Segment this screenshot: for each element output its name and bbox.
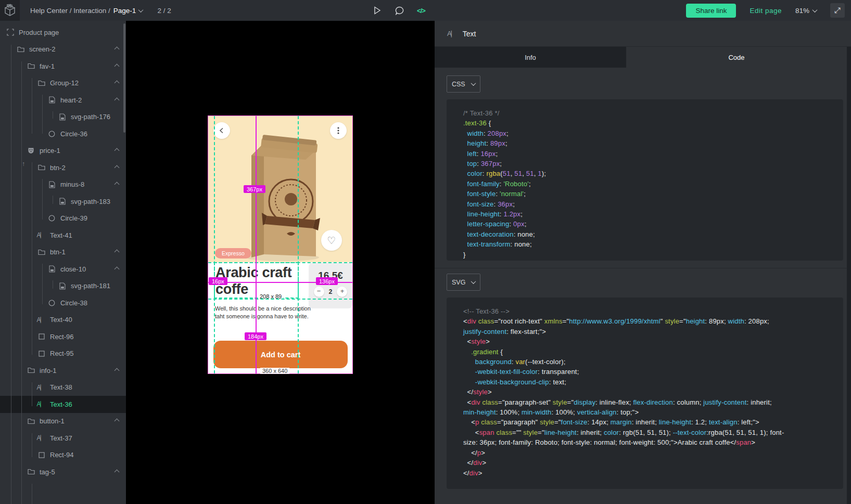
panel-scrollbar-track[interactable]: [847, 47, 851, 504]
tree-item-text-36[interactable]: A⎸Text-36: [0, 396, 126, 413]
collapse-chevron-icon[interactable]: [115, 47, 120, 52]
code-line: top: 367px;: [463, 159, 843, 169]
code-line: /* Text-36 */: [463, 108, 843, 118]
fullscreen-button[interactable]: ⤢: [830, 3, 845, 18]
quantity-plus-button[interactable]: +: [337, 287, 347, 297]
tree-item-svg-path-183[interactable]: svg-path-183: [0, 193, 126, 210]
code-line: </style>: [463, 387, 843, 397]
code-line: min-height: 100%; min-width: 100%; verti…: [463, 407, 843, 417]
canvas[interactable]: ♡ Expresso Arabic craft coffe 208 x 89 1…: [126, 21, 435, 504]
measurement-chip: 16px: [209, 277, 227, 285]
tree-item-btn-2[interactable]: btn-2: [0, 159, 126, 176]
tree-guide: [32, 162, 32, 355]
mask-icon: [27, 147, 35, 154]
collapse-chevron-icon[interactable]: [115, 63, 120, 69]
collapse-chevron-icon[interactable]: [115, 250, 120, 255]
tree-guide: [11, 45, 11, 504]
tree-item-circle-36[interactable]: Circle-36: [0, 125, 126, 143]
measurement-chip: 136px: [316, 277, 338, 285]
tree-item-screen-2[interactable]: screen-2: [0, 41, 126, 58]
svg-code-block[interactable]: <!-- Text-36 --><div class="root rich-te…: [447, 298, 843, 489]
tree-item-label: price-1: [40, 147, 60, 154]
tree-guide: [21, 61, 22, 504]
collapse-chevron-icon[interactable]: [115, 81, 120, 86]
measurement-chip: 184px: [245, 332, 266, 340]
tree-guide: [42, 95, 43, 134]
code-line: </div>: [463, 458, 843, 468]
tree-item-svg-path-181[interactable]: svg-path-181: [0, 278, 126, 295]
guide-line: [208, 299, 352, 300]
edit-page-link[interactable]: Edit page: [750, 7, 782, 15]
code-line: }: [463, 250, 843, 260]
collapse-chevron-icon[interactable]: [115, 165, 120, 170]
collapse-chevron-icon[interactable]: [115, 368, 120, 373]
product-title[interactable]: Arabic craft coffe: [215, 264, 299, 298]
section-divider: [435, 268, 847, 268]
tab-code[interactable]: Code: [626, 47, 847, 68]
mockup-frame[interactable]: ♡ Expresso Arabic craft coffe 208 x 89 1…: [208, 116, 352, 373]
chevron-down-icon: [138, 7, 144, 12]
collapse-chevron-icon[interactable]: [115, 148, 120, 153]
tree-item-rect-94[interactable]: Rect-94: [0, 447, 126, 464]
collapse-chevron-icon[interactable]: [115, 97, 120, 102]
tree-item-circle-39[interactable]: Circle-39: [0, 210, 126, 227]
comment-icon[interactable]: [394, 5, 404, 16]
chevron-down-icon: [471, 81, 476, 86]
folder-icon: [27, 417, 35, 425]
css-language-select[interactable]: CSS: [447, 75, 480, 93]
tree-item-svg-path-176[interactable]: svg-path-176: [0, 109, 126, 126]
tree-item-product page[interactable]: Product page: [0, 24, 126, 41]
tree-item-fav-1[interactable]: fav-1: [0, 58, 126, 75]
tree-item-price-1[interactable]: price-1: [0, 143, 126, 160]
collapse-chevron-icon[interactable]: [115, 469, 120, 474]
app-logo-icon[interactable]: [0, 0, 20, 21]
more-options-button[interactable]: [330, 122, 347, 139]
breadcrumb-current-page[interactable]: Page-1: [113, 7, 136, 15]
play-button[interactable]: [372, 5, 383, 16]
tree-item-tag-5[interactable]: tag-5: [0, 463, 126, 481]
folder-icon: [27, 62, 35, 70]
code-line: <span class="" style="line-height: inher…: [463, 428, 843, 437]
favorite-heart-button[interactable]: ♡: [321, 230, 342, 251]
css-code-block[interactable]: /* Text-36 */.text-36 { width: 208px; he…: [447, 99, 843, 261]
svg-language-select[interactable]: SVG: [447, 274, 480, 291]
code-line: background: var(--text-color);: [463, 357, 843, 367]
tab-info[interactable]: Info: [435, 47, 626, 68]
tree-item-text-41[interactable]: A⎸Text-41: [0, 227, 126, 244]
share-link-button[interactable]: Share link: [686, 4, 736, 18]
frame-icon: [6, 29, 14, 36]
measurement-chip: 367px: [244, 185, 265, 193]
tree-item-minus-8[interactable]: minus-8: [0, 176, 126, 193]
tree-item-button-1[interactable]: button-1: [0, 413, 126, 430]
breadcrumb-prefix: Help Center / Interaction /: [30, 7, 110, 15]
code-line: text-decoration: none;: [463, 229, 843, 239]
tree-item-text-40[interactable]: A⎸Text-40: [0, 312, 126, 329]
tree-item-circle-38[interactable]: Circle-38: [0, 294, 126, 312]
text-icon: A⎸: [37, 400, 45, 408]
rect-icon: [37, 451, 45, 459]
add-to-cart-button[interactable]: Add to cart: [213, 341, 348, 368]
tree-item-btn-1[interactable]: btn-1: [0, 244, 126, 261]
collapse-chevron-icon[interactable]: [115, 266, 120, 272]
breadcrumb[interactable]: Help Center / Interaction / Page-1: [30, 7, 143, 15]
collapse-chevron-icon[interactable]: [115, 182, 120, 187]
tree-item-rect-96[interactable]: Rect-96: [0, 328, 126, 345]
sidebar-scrollbar[interactable]: [123, 23, 125, 133]
tree-item-info-1[interactable]: info-1: [0, 362, 126, 379]
code-mode-icon[interactable]: </>: [416, 5, 426, 16]
tree-item-text-37[interactable]: A⎸Text-37: [0, 430, 126, 447]
tree-item-text-38[interactable]: A⎸Text-38: [0, 379, 126, 396]
tree-guide: [42, 179, 43, 219]
tree-guide: [42, 264, 43, 304]
tree-item-group-12[interactable]: Group-12: [0, 75, 126, 92]
tree-item-close-10[interactable]: close-10: [0, 261, 126, 278]
svgfile-icon: [48, 180, 56, 188]
zoom-level-control[interactable]: 81%: [795, 7, 817, 15]
back-button[interactable]: [213, 122, 230, 139]
tree-item-label: Circle-39: [60, 214, 87, 222]
toolbar-icons: </>: [372, 0, 426, 21]
collapse-chevron-icon[interactable]: [115, 419, 120, 424]
tree-item-rect-95[interactable]: Rect-95: [0, 345, 126, 363]
quantity-minus-button[interactable]: −: [314, 287, 324, 297]
tree-item-heart-2[interactable]: heart-2: [0, 92, 126, 109]
